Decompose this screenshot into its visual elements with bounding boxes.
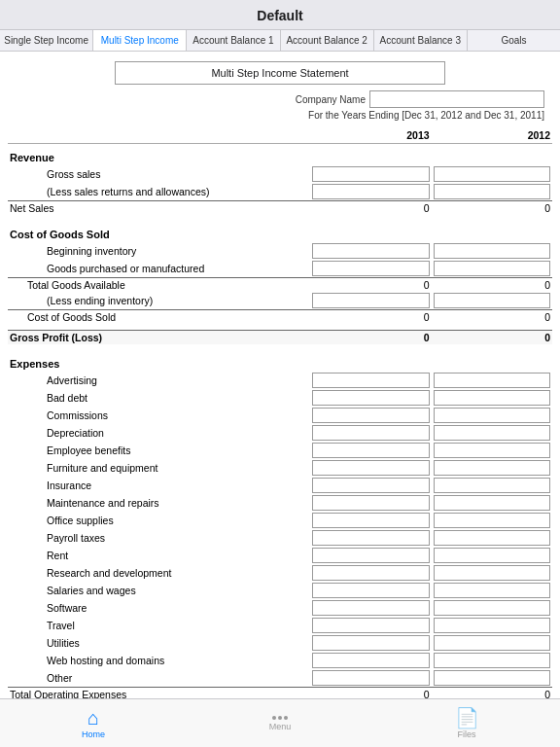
- expense-label-10: Rent: [8, 547, 310, 564]
- expense-label-11: Research and development: [8, 564, 310, 582]
- expense-row-15: Utilities: [8, 634, 552, 652]
- tab-account-balance-3[interactable]: Account Balance 3: [374, 30, 468, 51]
- expense-input-17-2012[interactable]: [434, 670, 550, 686]
- expense-input-10-2013[interactable]: [312, 548, 429, 563]
- expense-row-5: Furniture and equipment: [8, 459, 552, 477]
- expense-label-9: Payroll taxes: [8, 529, 310, 547]
- gross-profit-label: Gross Profit (Loss): [8, 330, 310, 344]
- expense-input-3-2013[interactable]: [312, 425, 429, 441]
- expense-label-3: Depreciation: [8, 424, 310, 442]
- cogs-section-header: Cost of Goods Sold: [8, 221, 552, 242]
- expense-input-2-2012[interactable]: [434, 408, 550, 423]
- expense-input-4-2012[interactable]: [434, 443, 550, 458]
- nav-menu[interactable]: Menu: [187, 716, 373, 731]
- tab-single-step-income[interactable]: Single Step Income: [0, 30, 93, 51]
- expense-row-14: Travel: [8, 617, 552, 634]
- cogs-label: Cost of Goods Sold: [8, 221, 310, 242]
- nav-home[interactable]: ⌂ Home: [0, 708, 187, 739]
- expense-input-15-2013[interactable]: [312, 635, 429, 651]
- goods-purchased-input-2013[interactable]: [312, 261, 429, 276]
- expense-row-16: Web hosting and domains: [8, 652, 552, 669]
- expense-input-2-2013[interactable]: [312, 408, 429, 423]
- expense-row-11: Research and development: [8, 564, 552, 582]
- expenses-label: Expenses: [8, 350, 310, 372]
- expenses-section-header: Expenses: [8, 350, 552, 372]
- beginning-inventory-input-2012[interactable]: [434, 243, 550, 259]
- less-ending-inventory-input-2012[interactable]: [434, 293, 550, 308]
- expense-input-12-2013[interactable]: [312, 583, 429, 598]
- beginning-inventory-input-2013[interactable]: [312, 243, 429, 259]
- expense-label-15: Utilities: [8, 634, 310, 652]
- expense-label-8: Office supplies: [8, 512, 310, 529]
- less-returns-input-2012[interactable]: [434, 184, 550, 199]
- expense-input-5-2013[interactable]: [312, 460, 429, 476]
- company-name-input[interactable]: [369, 90, 544, 108]
- less-returns-row: (Less sales returns and allowances): [8, 183, 552, 201]
- net-sales-val-2013: 0: [310, 201, 431, 216]
- expense-label-2: Commissions: [8, 407, 310, 424]
- expense-input-15-2012[interactable]: [434, 635, 550, 651]
- expense-input-6-2012[interactable]: [434, 478, 550, 493]
- gross-sales-input-2013[interactable]: [312, 166, 429, 182]
- expense-row-17: Other: [8, 669, 552, 687]
- expense-input-12-2012[interactable]: [434, 583, 550, 598]
- expense-input-0-2012[interactable]: [434, 373, 550, 388]
- expense-input-13-2012[interactable]: [434, 600, 550, 616]
- tab-account-balance-1[interactable]: Account Balance 1: [187, 30, 280, 51]
- cogs-total-row: Cost of Goods Sold 0 0: [8, 310, 552, 325]
- goods-purchased-input-2012[interactable]: [434, 261, 550, 276]
- expense-input-5-2012[interactable]: [434, 460, 550, 476]
- expense-row-3: Depreciation: [8, 424, 552, 442]
- nav-files[interactable]: 📄 Files: [373, 708, 560, 739]
- expense-input-10-2012[interactable]: [434, 548, 550, 563]
- cogs-total-label: Cost of Goods Sold: [8, 310, 310, 325]
- expense-row-0: Advertising: [8, 372, 552, 389]
- gross-sales-input-2012[interactable]: [434, 166, 550, 182]
- expense-input-6-2013[interactable]: [312, 478, 429, 493]
- gross-profit-val-2012: 0: [432, 330, 552, 344]
- expense-input-9-2012[interactable]: [434, 530, 550, 546]
- expense-input-14-2013[interactable]: [312, 618, 429, 633]
- expense-row-9: Payroll taxes: [8, 529, 552, 547]
- expense-label-6: Insurance: [8, 477, 310, 494]
- home-icon: ⌂: [88, 708, 99, 728]
- expense-label-12: Salaries and wages: [8, 582, 310, 599]
- expense-input-0-2013[interactable]: [312, 373, 429, 388]
- expense-input-7-2012[interactable]: [434, 495, 550, 511]
- expense-input-4-2013[interactable]: [312, 443, 429, 458]
- expense-input-1-2012[interactable]: [434, 390, 550, 406]
- gross-profit-val-2013: 0: [310, 330, 431, 344]
- expense-label-5: Furniture and equipment: [8, 459, 310, 477]
- expense-input-8-2012[interactable]: [434, 513, 550, 528]
- less-returns-input-2013[interactable]: [312, 184, 429, 199]
- expense-row-8: Office supplies: [8, 512, 552, 529]
- expense-input-13-2013[interactable]: [312, 600, 429, 616]
- total-goods-val-2012: 0: [432, 278, 552, 293]
- tab-multi-step-income[interactable]: Multi Step Income: [93, 30, 187, 51]
- date-range: For the Years Ending [Dec 31, 2012 and D…: [8, 110, 552, 121]
- total-goods-val-2013: 0: [310, 278, 431, 293]
- nav-files-label: Files: [457, 729, 475, 739]
- less-returns-label: (Less sales returns and allowances): [8, 183, 310, 201]
- expense-input-17-2013[interactable]: [312, 670, 429, 686]
- expense-input-1-2013[interactable]: [312, 390, 429, 406]
- tab-account-balance-2[interactable]: Account Balance 2: [281, 30, 374, 51]
- expense-input-11-2013[interactable]: [312, 565, 429, 581]
- less-ending-inventory-input-2013[interactable]: [312, 293, 429, 308]
- expense-input-8-2013[interactable]: [312, 513, 429, 528]
- expense-input-16-2012[interactable]: [434, 653, 550, 668]
- expense-label-13: Software: [8, 599, 310, 617]
- files-icon: 📄: [455, 708, 479, 728]
- expense-input-14-2012[interactable]: [434, 618, 550, 633]
- main-content: Multi Step Income Statement Company Name…: [0, 52, 560, 747]
- expense-input-7-2013[interactable]: [312, 495, 429, 511]
- tab-goals[interactable]: Goals: [468, 30, 560, 51]
- net-sales-label: Net Sales: [8, 201, 310, 216]
- expense-label-7: Maintenance and repairs: [8, 494, 310, 512]
- expense-input-3-2012[interactable]: [434, 425, 550, 441]
- expense-label-0: Advertising: [8, 372, 310, 389]
- expense-input-16-2013[interactable]: [312, 653, 429, 668]
- expense-input-11-2012[interactable]: [434, 565, 550, 581]
- expense-row-6: Insurance: [8, 477, 552, 494]
- expense-input-9-2013[interactable]: [312, 530, 429, 546]
